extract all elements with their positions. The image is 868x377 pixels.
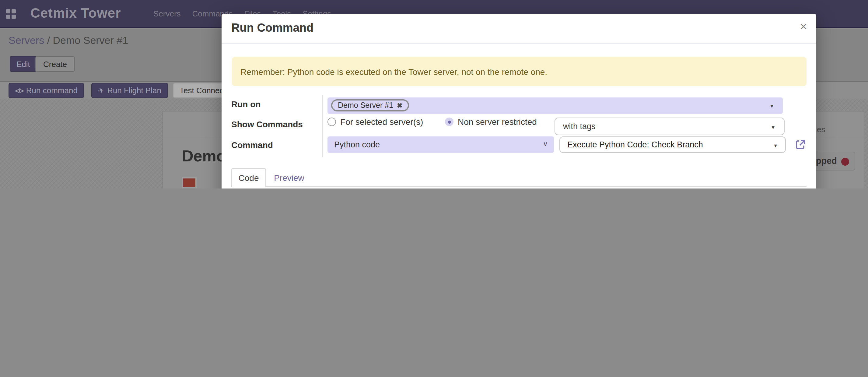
with-tags-caret-icon: ▼ — [771, 125, 775, 130]
run-on-field[interactable]: Demo Server #1 ✖ ▼ — [328, 97, 783, 114]
breadcrumb-servers-link[interactable]: Servers — [8, 35, 44, 46]
breadcrumb-separator: / — [47, 35, 50, 46]
breadcrumb: Servers / Demo Server #1 — [8, 35, 128, 47]
python-warning-alert: Remember: Python code is executed on the… — [232, 57, 807, 86]
radio-on-icon — [445, 118, 454, 126]
select-chevron-icon: ∨ — [543, 140, 548, 148]
run-on-label: Run on — [231, 99, 260, 109]
server-color-swatch[interactable] — [182, 177, 196, 188]
brand-logo[interactable]: Cetmix Tower — [30, 5, 121, 21]
command-caret-icon: ▼ — [773, 143, 778, 149]
form-column-divider — [322, 95, 322, 157]
edit-button[interactable]: Edit — [10, 56, 37, 72]
command-type-select[interactable]: Python code ∨ — [328, 137, 554, 153]
radio-for-selected-servers[interactable]: For selected server(s) — [328, 117, 423, 127]
tab-preview[interactable]: Preview — [270, 168, 308, 187]
code-icon: </> — [15, 87, 23, 94]
server-tag-label: Demo Server #1 — [338, 101, 393, 110]
nav-item-servers[interactable]: Servers — [153, 9, 181, 18]
external-link-icon[interactable] — [794, 138, 807, 150]
code-tabs-underline — [231, 186, 807, 187]
close-icon[interactable]: ✕ — [797, 21, 810, 33]
smart-button-fragment[interactable]: es — [817, 125, 825, 134]
show-commands-label: Show Commands — [231, 119, 303, 129]
tab-code[interactable]: Code — [231, 168, 266, 187]
radio-non-server-restricted[interactable]: Non server restricted — [445, 117, 537, 127]
command-label: Command — [231, 140, 273, 150]
server-tag-pill[interactable]: Demo Server #1 ✖ — [331, 99, 409, 112]
breadcrumb-current: Demo Server #1 — [53, 35, 128, 46]
run-command-modal: Run Command ✕ Remember: Python code is e… — [222, 14, 816, 188]
run-flight-plan-button[interactable]: ✈ Run Flight Plan — [91, 83, 168, 98]
app-root: Cetmix Tower Servers Commands Files Tool… — [0, 0, 868, 188]
create-button[interactable]: Create — [35, 56, 75, 72]
tag-remove-icon[interactable]: ✖ — [397, 102, 402, 109]
command-reference-select[interactable]: Execute Python Code: Check Branch ▼ — [559, 137, 786, 153]
run-command-button[interactable]: </> Run command — [8, 83, 84, 98]
with-tags-select[interactable]: with tags ▼ — [555, 118, 785, 135]
plane-icon: ✈ — [97, 86, 105, 95]
apps-grid-icon[interactable] — [6, 9, 16, 19]
status-red-dot-icon — [841, 158, 849, 166]
modal-title: Run Command — [231, 21, 313, 35]
run-on-dropdown-caret-icon[interactable]: ▼ — [769, 104, 774, 109]
radio-off-icon — [328, 118, 336, 126]
modal-header-divider — [222, 43, 816, 44]
